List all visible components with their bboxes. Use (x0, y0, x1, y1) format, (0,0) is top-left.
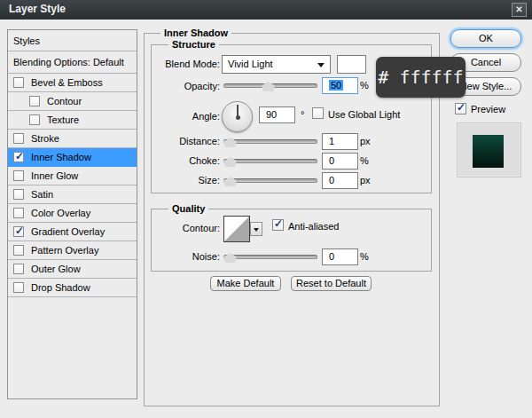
sidebar-item-inner-glow[interactable]: Inner Glow (8, 167, 137, 185)
noise-label: Noise: (142, 251, 220, 263)
hex-color-text: # ffffff (378, 67, 463, 88)
checkbox-icon[interactable] (13, 245, 24, 256)
sidebar-item-contour[interactable]: Contour (8, 92, 137, 111)
hex-color-tooltip: # ffffff (376, 57, 466, 98)
size-value: 0 (329, 175, 334, 185)
choke-unit: % (360, 155, 369, 167)
checkbox-icon[interactable] (13, 208, 24, 218)
angle-unit: ° (301, 109, 304, 121)
choke-label: Choke: (142, 155, 220, 167)
checkbox-checked-icon[interactable] (13, 226, 24, 237)
preview-label: Preview (471, 104, 505, 115)
angle-input[interactable]: 90 (259, 106, 295, 123)
sidebar-item-label: Blending Options: Default (13, 57, 124, 67)
distance-input[interactable]: 1 (322, 133, 358, 150)
opacity-value: 50 (329, 80, 343, 91)
contour-picker[interactable] (223, 216, 250, 242)
use-global-light-label: Use Global Light (328, 109, 400, 121)
opacity-label: Opacity: (142, 81, 220, 92)
sidebar-item-label: Texture (47, 114, 79, 125)
distance-unit: px (360, 136, 371, 147)
shadow-color-swatch[interactable] (337, 55, 366, 74)
sidebar-item-label: Bevel & Emboss (31, 77, 103, 88)
angle-center-dot-icon (236, 115, 240, 120)
blend-mode-label: Blend Mode: (142, 59, 220, 70)
choke-input[interactable]: 0 (322, 153, 358, 170)
sidebar-item-color-overlay[interactable]: Color Overlay (8, 204, 137, 223)
checkbox-checked-icon[interactable] (13, 152, 24, 162)
window-title: Layer Style (9, 3, 66, 15)
checkbox-icon[interactable] (13, 170, 24, 181)
chevron-down-icon (317, 63, 325, 67)
sidebar-header-label: Styles (13, 35, 40, 46)
close-icon[interactable]: ✕ (512, 3, 527, 17)
anti-aliased-checkbox[interactable] (272, 219, 284, 231)
reset-to-default-button[interactable]: Reset to Default (291, 276, 372, 291)
sidebar-item-label: Outer Glow (31, 264, 81, 274)
noise-input[interactable]: 0 (322, 248, 358, 265)
distance-value: 1 (329, 136, 334, 146)
size-label: Size: (142, 175, 220, 186)
sidebar-item-gradient-overlay[interactable]: Gradient Overlay (8, 223, 137, 241)
preview-thumbnail-box (457, 122, 521, 177)
anti-aliased-label: Anti-aliased (288, 221, 339, 233)
opacity-unit: % (360, 80, 369, 91)
size-slider[interactable] (223, 178, 317, 183)
sidebar-item-satin[interactable]: Satin (8, 185, 137, 204)
sidebar-item-drop-shadow[interactable]: Drop Shadow (8, 279, 137, 297)
preview-gradient-swatch (473, 135, 504, 168)
angle-dial[interactable] (222, 101, 253, 132)
checkbox-icon[interactable] (13, 189, 24, 200)
layer-style-dialog: Layer Style ✕ Styles Blending Options: D… (0, 0, 532, 418)
angle-label: Angle: (142, 111, 220, 122)
size-unit: px (360, 175, 371, 186)
sidebar-item-label: Gradient Overlay (31, 226, 105, 237)
sidebar-item-styles[interactable]: Styles (8, 30, 137, 51)
contour-dropdown-icon[interactable] (250, 222, 262, 236)
sidebar-item-label: Color Overlay (31, 208, 90, 218)
sidebar-item-blending-options[interactable]: Blending Options: Default (8, 51, 137, 74)
use-global-light-checkbox[interactable] (312, 107, 324, 119)
sidebar-item-inner-shadow[interactable]: Inner Shadow (8, 148, 137, 167)
noise-value: 0 (329, 251, 334, 262)
noise-slider[interactable] (223, 255, 317, 259)
distance-slider[interactable] (223, 139, 317, 144)
checkbox-icon[interactable] (29, 96, 40, 106)
quality-legend: Quality (168, 203, 208, 214)
checkbox-icon[interactable] (13, 264, 24, 274)
contour-label: Contour: (142, 223, 220, 234)
sidebar-item-bevel-emboss[interactable]: Bevel & Emboss (8, 74, 137, 92)
sidebar-item-label: Pattern Overlay (31, 245, 98, 256)
sidebar-item-label: Inner Shadow (31, 152, 91, 162)
make-default-button[interactable]: Make Default (210, 276, 281, 291)
angle-value: 90 (266, 109, 277, 120)
sidebar-item-texture[interactable]: Texture (8, 111, 137, 130)
panel-title: Inner Shadow (160, 28, 231, 38)
checkbox-icon[interactable] (29, 114, 40, 125)
sidebar-item-label: Stroke (31, 133, 59, 144)
sidebar-item-label: Contour (47, 96, 82, 106)
sidebar-item-stroke[interactable]: Stroke (8, 130, 137, 148)
ok-button[interactable]: OK (450, 29, 521, 48)
checkbox-icon[interactable] (13, 282, 24, 293)
sidebar-item-label: Satin (31, 189, 53, 200)
opacity-input[interactable]: 50 (322, 77, 358, 94)
sidebar-item-pattern-overlay[interactable]: Pattern Overlay (8, 241, 137, 260)
checkbox-icon[interactable] (13, 77, 24, 88)
sidebar-item-label: Inner Glow (31, 170, 78, 181)
sidebar-item-label: Drop Shadow (31, 282, 90, 293)
choke-value: 0 (329, 155, 334, 166)
choke-slider[interactable] (223, 159, 317, 163)
preview-checkbox[interactable] (455, 103, 466, 114)
structure-legend: Structure (168, 39, 219, 50)
styles-sidebar: Styles Blending Options: Default Bevel &… (7, 29, 137, 399)
size-input[interactable]: 0 (322, 172, 358, 189)
title-bar[interactable]: Layer Style ✕ (0, 0, 532, 20)
blend-mode-value: Vivid Light (228, 59, 273, 69)
sidebar-item-outer-glow[interactable]: Outer Glow (8, 260, 137, 279)
checkbox-icon[interactable] (13, 133, 24, 144)
blend-mode-select[interactable]: Vivid Light (222, 55, 331, 74)
distance-label: Distance: (142, 136, 220, 147)
noise-unit: % (360, 251, 369, 263)
